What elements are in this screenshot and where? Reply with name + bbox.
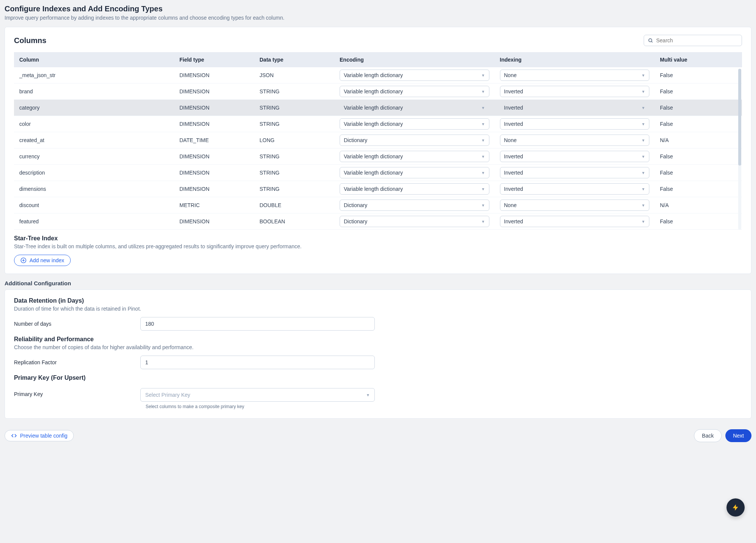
indexing-value: None: [504, 202, 517, 208]
indexing-select[interactable]: Inverted▼: [500, 216, 650, 227]
cell-column-name: description: [14, 165, 174, 181]
cell-data-type: LONG: [254, 132, 334, 149]
encoding-select[interactable]: Variable length dictionary▼: [340, 102, 489, 113]
caret-down-icon: ▼: [641, 187, 645, 191]
caret-down-icon: ▼: [641, 203, 645, 207]
cell-data-type: BOOLEAN: [254, 213, 334, 230]
indexing-select[interactable]: None▼: [500, 135, 650, 146]
table-row[interactable]: discount METRIC DOUBLE Dictionary▼ None▼…: [14, 197, 742, 213]
page-subtitle: Improve query performance by adding inde…: [5, 15, 751, 21]
cell-field-type: DIMENSION: [174, 116, 255, 132]
indexing-select[interactable]: Inverted▼: [500, 183, 650, 195]
header-indexing: Indexing: [495, 52, 655, 67]
cell-multi-value: False: [655, 165, 742, 181]
encoding-select[interactable]: Variable length dictionary▼: [340, 86, 489, 97]
indexing-select[interactable]: Inverted▼: [500, 167, 650, 178]
cell-multi-value: False: [655, 213, 742, 230]
search-input-wrap[interactable]: [644, 35, 742, 46]
replication-label: Replication Factor: [14, 359, 131, 365]
cell-column-name: brand: [14, 84, 174, 100]
table-scrollbar-thumb[interactable]: [738, 69, 741, 166]
table-row[interactable]: category DIMENSION STRING Variable lengt…: [14, 100, 742, 116]
columns-title: Columns: [14, 36, 47, 45]
cell-column-name: category: [14, 100, 174, 116]
caret-down-icon: ▼: [481, 106, 485, 110]
indexing-value: Inverted: [504, 186, 523, 192]
cell-multi-value: False: [655, 100, 742, 116]
cell-column-name: _meta_json_str: [14, 67, 174, 84]
cell-field-type: DIMENSION: [174, 100, 255, 116]
table-row[interactable]: brand DIMENSION STRING Variable length d…: [14, 84, 742, 100]
search-input[interactable]: [656, 37, 738, 43]
table-row[interactable]: created_at DATE_TIME LONG Dictionary▼ No…: [14, 132, 742, 149]
indexing-select[interactable]: None▼: [500, 200, 650, 211]
code-icon: [11, 433, 17, 439]
encoding-value: Dictionary: [344, 202, 367, 208]
columns-table: Column Field type Data type Encoding Ind…: [14, 52, 742, 230]
svg-line-1: [652, 42, 653, 43]
indexing-select[interactable]: Inverted▼: [500, 118, 650, 130]
encoding-select[interactable]: Dictionary▼: [340, 135, 489, 146]
indexing-value: Inverted: [504, 170, 523, 176]
add-new-index-button[interactable]: Add new index: [14, 255, 71, 266]
header-multi-value: Multi value: [655, 52, 742, 67]
cell-data-type: DOUBLE: [254, 197, 334, 213]
caret-down-icon: ▼: [481, 187, 485, 191]
next-button[interactable]: Next: [725, 429, 751, 442]
encoding-value: Variable length dictionary: [344, 105, 403, 111]
preview-table-config-button[interactable]: Preview table config: [5, 430, 74, 441]
table-row[interactable]: featured DIMENSION BOOLEAN Dictionary▼ I…: [14, 213, 742, 230]
table-row[interactable]: dimensions DIMENSION STRING Variable len…: [14, 181, 742, 197]
encoding-select[interactable]: Variable length dictionary▼: [340, 167, 489, 178]
encoding-value: Dictionary: [344, 137, 367, 143]
cell-column-name: discount: [14, 197, 174, 213]
encoding-select[interactable]: Variable length dictionary▼: [340, 70, 489, 81]
encoding-value: Variable length dictionary: [344, 170, 403, 176]
table-row[interactable]: description DIMENSION STRING Variable le…: [14, 165, 742, 181]
cell-data-type: STRING: [254, 181, 334, 197]
cell-field-type: DIMENSION: [174, 181, 255, 197]
back-button[interactable]: Back: [694, 429, 722, 442]
table-scrollbar[interactable]: [738, 69, 741, 230]
encoding-select[interactable]: Variable length dictionary▼: [340, 151, 489, 162]
encoding-select[interactable]: Dictionary▼: [340, 216, 489, 227]
encoding-select[interactable]: Dictionary▼: [340, 200, 489, 211]
caret-down-icon: ▼: [481, 171, 485, 175]
star-tree-description: Star-Tree index is built on multiple col…: [14, 243, 742, 249]
encoding-select[interactable]: Variable length dictionary▼: [340, 183, 489, 195]
header-data-type: Data type: [254, 52, 334, 67]
indexing-select[interactable]: Inverted▼: [500, 102, 650, 113]
indexing-select[interactable]: Inverted▼: [500, 86, 650, 97]
encoding-select[interactable]: Variable length dictionary▼: [340, 118, 489, 130]
cell-data-type: STRING: [254, 84, 334, 100]
cell-column-name: featured: [14, 213, 174, 230]
encoding-value: Dictionary: [344, 218, 367, 224]
cell-multi-value: False: [655, 84, 742, 100]
caret-down-icon: ▼: [641, 73, 645, 77]
cell-data-type: STRING: [254, 149, 334, 165]
add-new-index-label: Add new index: [29, 257, 64, 263]
cell-data-type: STRING: [254, 165, 334, 181]
cell-column-name: created_at: [14, 132, 174, 149]
indexing-value: Inverted: [504, 105, 523, 111]
indexing-select[interactable]: Inverted▼: [500, 151, 650, 162]
additional-config-heading: Additional Configuration: [5, 280, 751, 286]
indexing-value: None: [504, 137, 517, 143]
cell-column-name: currency: [14, 149, 174, 165]
indexing-value: None: [504, 72, 517, 78]
caret-down-icon: ▼: [641, 90, 645, 94]
retention-days-input[interactable]: [140, 317, 375, 331]
table-row[interactable]: _meta_json_str DIMENSION JSON Variable l…: [14, 67, 742, 84]
replication-factor-input[interactable]: [140, 356, 375, 369]
table-row[interactable]: color DIMENSION STRING Variable length d…: [14, 116, 742, 132]
page-title: Configure Indexes and Add Encoding Types: [5, 5, 751, 13]
additional-config-card: Data Retention (in Days) Duration of tim…: [5, 289, 751, 419]
encoding-value: Variable length dictionary: [344, 88, 403, 94]
indexing-select[interactable]: None▼: [500, 70, 650, 81]
caret-down-icon: ▼: [481, 122, 485, 126]
table-row[interactable]: currency DIMENSION STRING Variable lengt…: [14, 149, 742, 165]
caret-down-icon: ▼: [641, 106, 645, 110]
svg-point-0: [649, 39, 652, 42]
cell-data-type: STRING: [254, 116, 334, 132]
primary-key-select[interactable]: Select Primary Key ▼: [140, 388, 375, 402]
